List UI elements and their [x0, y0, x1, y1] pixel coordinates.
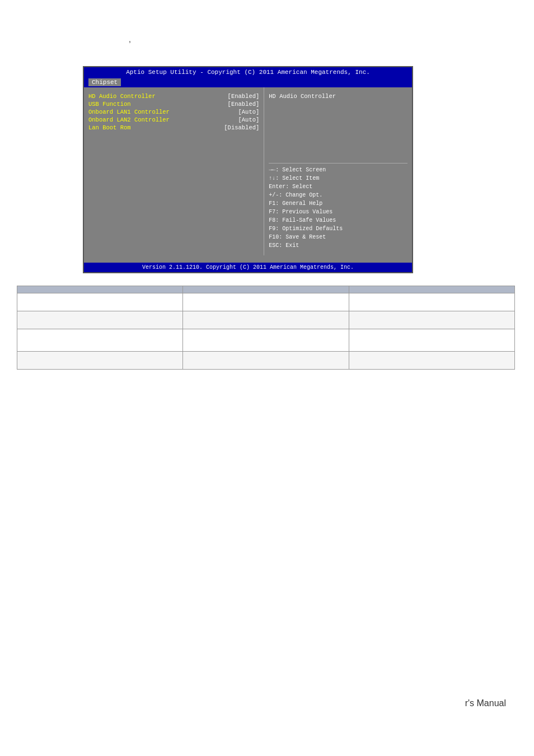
table-header-col3	[349, 286, 514, 293]
bios-menu-item: USB Function[Enabled]	[88, 101, 259, 108]
info-table	[17, 286, 515, 370]
table-cell	[349, 352, 514, 370]
bios-divider	[269, 163, 407, 164]
bios-key-hint: F9: Optimized Defaults	[269, 225, 407, 233]
table-cell	[349, 329, 514, 352]
bios-item-value: [Auto]	[238, 116, 259, 123]
table-cell	[183, 352, 349, 370]
bios-tab-row: Chipset	[84, 77, 412, 87]
table-header-col2	[183, 286, 349, 293]
bios-key-hint: ESC: Exit	[269, 241, 407, 250]
bios-item-label: HD Audio Controller	[88, 93, 156, 100]
table-row	[17, 329, 515, 352]
table-cell	[17, 293, 183, 311]
bios-item-label: Onboard LAN2 Controller	[88, 116, 170, 123]
table-cell	[349, 311, 514, 329]
bios-footer: Version 2.11.1210. Copyright (C) 2011 Am…	[84, 263, 412, 272]
bios-header: Aptio Setup Utility - Copyright (C) 2011…	[84, 67, 412, 77]
bios-menu-item: Onboard LAN2 Controller[Auto]	[88, 116, 259, 123]
bios-item-value: [Enabled]	[228, 93, 260, 100]
bios-item-label: Lan Boot Rom	[88, 124, 131, 131]
bios-help-panel: HD Audio Controller →←: Select Screen↑↓:…	[264, 87, 412, 255]
bios-item-value: [Disabled]	[224, 124, 259, 131]
table-row	[17, 352, 515, 370]
bios-key-hint: F10: Save & Reset	[269, 233, 407, 241]
table-cell	[17, 352, 183, 370]
bios-tab-chipset: Chipset	[88, 78, 121, 86]
bios-key-hint: Enter: Select	[269, 183, 407, 191]
bios-item-label: USB Function	[88, 101, 131, 108]
manual-label: r's Manual	[465, 698, 506, 708]
bios-menu-item: Lan Boot Rom[Disabled]	[88, 124, 259, 131]
bios-body: HD Audio Controller[Enabled]USB Function…	[84, 87, 412, 255]
bios-menu-panel: HD Audio Controller[Enabled]USB Function…	[84, 87, 264, 255]
table-cell	[349, 293, 514, 311]
table-cell	[183, 311, 349, 329]
bios-menu-item: Onboard LAN1 Controller[Auto]	[88, 109, 259, 115]
bios-key-hint: +/-: Change Opt.	[269, 191, 407, 199]
table-header-col1	[17, 286, 183, 293]
table-row	[17, 293, 515, 311]
bios-item-value: [Enabled]	[228, 101, 260, 108]
apostrophe-mark: ,	[129, 35, 131, 44]
table-cell	[17, 311, 183, 329]
bios-key-hint: →←: Select Screen	[269, 166, 407, 174]
bios-key-hint: F8: Fail-Safe Values	[269, 216, 407, 225]
bios-key-hint: F7: Previous Values	[269, 208, 407, 216]
bios-key-hints: →←: Select Screen↑↓: Select ItemEnter: S…	[269, 166, 407, 250]
bios-key-hint: F1: General Help	[269, 199, 407, 208]
bios-item-value: [Auto]	[238, 109, 259, 115]
bios-key-hint: ↑↓: Select Item	[269, 174, 407, 183]
table-cell	[17, 329, 183, 352]
bios-item-label: Onboard LAN1 Controller	[88, 109, 170, 115]
table-cell	[183, 329, 349, 352]
bios-help-title: HD Audio Controller	[269, 93, 407, 100]
table-cell	[183, 293, 349, 311]
bios-menu-item: HD Audio Controller[Enabled]	[88, 93, 259, 100]
table-row	[17, 311, 515, 329]
bios-screenshot: Aptio Setup Utility - Copyright (C) 2011…	[83, 66, 413, 273]
